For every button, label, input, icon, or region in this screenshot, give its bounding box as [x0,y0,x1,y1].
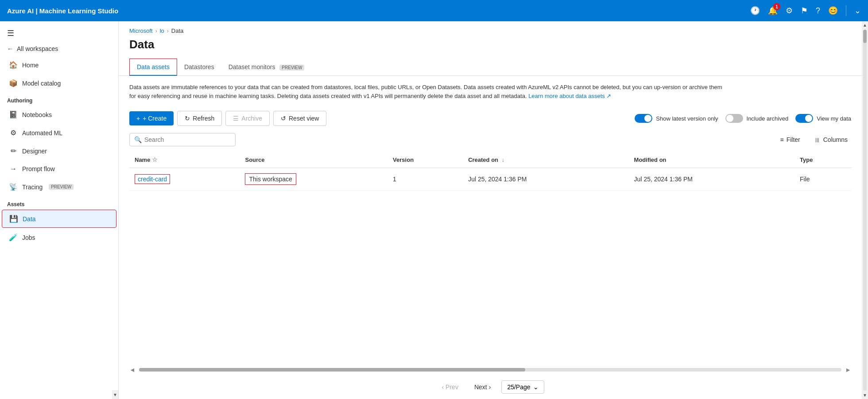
flag-icon[interactable]: ⚑ [801,6,808,16]
show-latest-toggle-group: Show latest version only [635,114,718,123]
sidebar-item-tracing[interactable]: 📡 Tracing PREVIEW [2,178,116,196]
include-archived-toggle[interactable] [725,114,743,123]
sidebar-item-jobs[interactable]: 🧪 Jobs [2,229,116,246]
sidebar-item-prompt-flow[interactable]: → Prompt flow [2,160,116,177]
col-name-label: Name [135,156,150,163]
reset-view-icon: ↺ [281,115,286,122]
create-button[interactable]: + + Create [129,111,174,125]
back-to-workspaces[interactable]: ← All workspaces [0,42,118,56]
tab-dataset-monitors[interactable]: Dataset monitors PREVIEW [221,59,312,76]
top-header: Azure AI | Machine Learning Studio 🕐 🔔 1… [0,0,868,21]
archive-label: Archive [241,115,262,122]
sidebar-item-notebooks[interactable]: 📓 Notebooks [2,106,116,123]
view-my-data-toggle-group: View my data [795,114,851,123]
gear-icon[interactable]: ⚙ [786,6,793,16]
history-icon[interactable]: 🕐 [750,6,760,16]
columns-button[interactable]: ⫼ Columns [811,134,851,145]
archive-icon: ☰ [233,115,239,122]
tab-data-assets[interactable]: Data assets [129,59,177,76]
row-created-on-cell: Jul 25, 2024 1:36 PM [463,168,628,191]
archive-button[interactable]: ☰ Archive [225,111,270,126]
learn-more-link[interactable]: Learn more about data assets ↗ [528,93,611,99]
view-my-data-label: View my data [817,115,851,122]
reset-view-button[interactable]: ↺ Reset view [273,111,326,126]
search-box[interactable]: 🔍 [129,133,236,146]
col-header-created-on[interactable]: Created on ↓ [463,152,628,168]
tab-datastores[interactable]: Datastores [177,59,221,76]
breadcrumb-microsoft[interactable]: Microsoft [129,27,153,34]
row-type-cell: File [794,168,851,191]
prev-label: Prev [446,383,458,391]
col-header-version[interactable]: Version [388,152,463,168]
col-header-modified-on[interactable]: Modified on [629,152,794,168]
prev-button[interactable]: ‹ Prev [436,381,463,393]
table-area: 🔍 ≡ Filter ⫼ Columns [119,129,862,364]
tab-data-assets-label: Data assets [137,63,170,70]
designer-icon: ✏ [9,147,18,155]
v-scroll-down-arrow[interactable]: ▼ [861,391,868,399]
vertical-scrollbar[interactable]: ▲ ▼ [862,21,868,399]
sidebar: ☰ ← All workspaces 🏠 Home 📦 Model catalo… [0,21,119,399]
data-icon: 💾 [9,215,18,223]
show-latest-label: Show latest version only [656,115,718,122]
v-scroll-up-arrow[interactable]: ▲ [861,21,868,29]
sidebar-item-designer[interactable]: ✏ Designer [2,142,116,160]
sidebar-item-prompt-flow-label: Prompt flow [22,165,55,172]
include-archived-toggle-group: Include archived [725,114,789,123]
sidebar-item-automated-ml[interactable]: ⚙ Automated ML [2,124,116,141]
col-source-label: Source [245,156,264,163]
sidebar-item-automated-ml-label: Automated ML [22,129,62,137]
pagination: ‹ Prev Next › 25/Page ⌄ [119,375,862,399]
header-icons: 🕐 🔔 1 ⚙ ⚑ ? 😊 ⌄ [750,5,861,16]
breadcrumb-lo[interactable]: lo [160,27,164,34]
next-button[interactable]: Next › [469,381,496,393]
header-dropdown-icon[interactable]: ⌄ [854,6,861,16]
user-icon[interactable]: 😊 [828,6,838,16]
help-icon[interactable]: ? [816,6,820,16]
refresh-button[interactable]: ↻ Refresh [177,111,222,126]
sidebar-item-data[interactable]: 💾 Data [2,210,116,228]
breadcrumb-sep-1: › [155,28,157,34]
sidebar-item-notebooks-label: Notebooks [22,111,52,118]
v-scroll-track[interactable] [863,30,867,391]
sidebar-scroll-down[interactable]: ▼ [112,390,118,399]
sidebar-item-tracing-label: Tracing [22,184,43,191]
filter-icon: ≡ [780,136,783,143]
toolbar: + + Create ↻ Refresh ☰ Archive ↺ Reset v… [119,107,862,129]
refresh-icon: ↻ [185,115,190,122]
sort-icon: ↓ [502,157,504,163]
reset-view-label: Reset view [289,115,319,122]
view-my-data-toggle[interactable] [795,114,813,123]
page-size-label: 25/Page [507,383,530,391]
refresh-label: Refresh [193,115,214,122]
dataset-monitors-preview: PREVIEW [279,65,304,70]
hamburger-menu[interactable]: ☰ [0,21,118,42]
tab-datastores-label: Datastores [184,63,214,70]
col-header-name[interactable]: Name ☆ [129,152,240,168]
bell-icon[interactable]: 🔔 1 [768,6,778,16]
back-arrow-icon: ← [7,45,13,52]
description-text: Data assets are immutable references to … [129,84,722,99]
h-scroll-left-arrow[interactable]: ◄ [129,366,136,373]
col-version-label: Version [393,156,414,163]
col-header-source[interactable]: Source [240,152,388,168]
sidebar-item-model-catalog[interactable]: 📦 Model catalog [2,74,116,92]
header-divider [846,5,846,16]
tracing-preview-badge: PREVIEW [49,184,74,190]
h-scroll-right-arrow[interactable]: ► [845,366,851,373]
v-scroll-thumb [863,30,867,43]
data-table: Name ☆ Source Version Created on ↓ [129,152,851,191]
row-source-cell: This workspace [240,168,388,191]
sidebar-item-home[interactable]: 🏠 Home [2,56,116,74]
h-scroll-track[interactable] [139,368,841,372]
horizontal-scrollbar[interactable]: ◄ ► [119,364,862,375]
search-input[interactable] [144,136,231,143]
data-asset-link[interactable]: credit-card [135,174,170,184]
filter-button[interactable]: ≡ Filter [776,134,803,145]
col-header-type[interactable]: Type [794,152,851,168]
show-latest-toggle[interactable] [635,114,652,123]
page-size-select[interactable]: 25/Page ⌄ [501,380,544,394]
jobs-icon: 🧪 [9,233,18,242]
content-area: Microsoft › lo › Data Data Data assets D… [119,21,862,399]
search-icon: 🔍 [134,136,142,143]
